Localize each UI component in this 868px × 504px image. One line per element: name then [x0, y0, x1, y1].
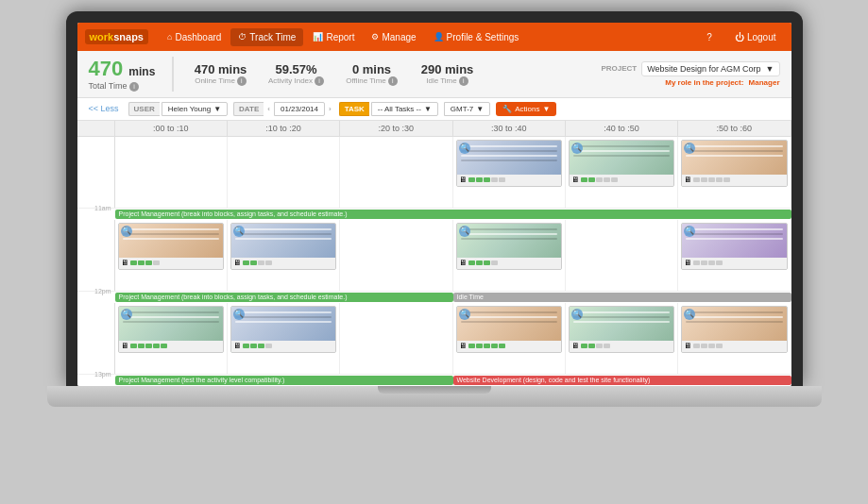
project-select-dropdown[interactable]: Website Design for AGM Corp ▼ — [641, 61, 779, 76]
screenshot-13-0: 🔍 🖥 — [118, 306, 224, 353]
zoom-icon-12-5[interactable]: 🔍 — [684, 226, 695, 237]
screenshot-12-1: 🔍 🖥 — [230, 223, 336, 270]
time-label-13pm: 13pm — [77, 303, 115, 374]
activity-index-label: Activity Index i — [268, 76, 325, 86]
nav-logout[interactable]: ⏻ Logout — [727, 28, 784, 46]
screenshot-13-3: 🔍 🖥 — [456, 306, 562, 353]
thumb-12-5[interactable]: 🔍 🖥 — [681, 223, 787, 270]
project-selector: PROJECT Website Design for AGM Corp ▼ My… — [601, 61, 779, 87]
screenshot-13-5: 🔍 🖥 — [681, 306, 787, 353]
thumb-img-12-3: 🔍 — [457, 224, 561, 258]
total-info-icon[interactable]: i — [129, 82, 139, 92]
thumb-12-0[interactable]: 🔍 🖥 — [118, 223, 224, 270]
less-link[interactable]: << Less — [89, 104, 119, 113]
role-value: Manager — [749, 78, 780, 87]
nav-track-time[interactable]: ⏱ Track Time — [230, 28, 303, 46]
thumb-img-11-3: 🔍 — [457, 141, 561, 175]
activity-bars-12-3 — [468, 260, 498, 265]
activity-bars-12-1 — [243, 260, 272, 265]
zoom-icon-12-0[interactable]: 🔍 — [121, 226, 132, 237]
logo-snaps: snaps — [113, 31, 144, 42]
date-filter-group: DATE ‹ 01/23/2014 › — [233, 102, 333, 116]
cell-13-3: 🔍 🖥 — [453, 303, 566, 374]
date-prev-arrow[interactable]: ‹ — [265, 103, 272, 115]
thumb-13-3[interactable]: 🔍 🖥 — [456, 306, 562, 353]
taskbar-2-idle-time: Idle Time — [453, 293, 791, 302]
thumb-11-5[interactable]: 🔍 🖥 — [681, 140, 787, 187]
thumb-12-1[interactable]: 🔍 🖥 — [230, 223, 336, 270]
profile-icon: 👤 — [434, 32, 444, 42]
thumb-img-13-4: 🔍 — [570, 307, 673, 341]
cell-12-4 — [566, 220, 678, 291]
tz-dropdown-arrow: ▼ — [476, 105, 484, 113]
activity-index-stat: 59.57% Activity Index i — [268, 62, 325, 86]
online-info-icon[interactable]: i — [237, 76, 247, 86]
nav-manage[interactable]: ⚙ Manage — [364, 28, 423, 46]
thumb-img-11-5: 🔍 — [682, 141, 786, 175]
screenshot-11-3: 🔍 🖥 — [456, 140, 562, 187]
taskbar-row-1: Project Management (break into blocks, a… — [77, 209, 791, 220]
timezone-selector[interactable]: GMT-7 ▼ — [444, 102, 490, 116]
activity-index-value: 59.57% — [268, 62, 325, 76]
thumb-11-3[interactable]: 🔍 🖥 — [456, 140, 562, 187]
project-role: My role in the project: Manager — [665, 78, 779, 87]
zoom-icon-13-5[interactable]: 🔍 — [684, 309, 695, 320]
total-time-block: 470 mins Total Time i — [89, 57, 174, 92]
cell-13-0: 🔍 🖥 — [115, 303, 228, 374]
zoom-icon-11-5[interactable]: 🔍 — [684, 143, 695, 154]
thumb-13-0[interactable]: 🔍 🖥 — [118, 306, 224, 353]
activity-bars-13-5 — [693, 344, 723, 348]
zoom-icon-13-1[interactable]: 🔍 — [233, 309, 245, 320]
online-time-stat: 470 mins Online Time i — [193, 62, 249, 86]
taskbar-3-project-management: Project Management (test the activity le… — [115, 376, 453, 385]
cell-12-0: 🔍 🖥 — [115, 220, 228, 291]
thumb-img-12-1: 🔍 — [231, 224, 335, 258]
zoom-icon-11-3[interactable]: 🔍 — [459, 143, 470, 154]
timeline-header: :00 to :10 :10 to :20 :20 to :30 :30 to … — [77, 121, 791, 137]
date-next-arrow[interactable]: › — [327, 103, 333, 115]
activity-info-icon[interactable]: i — [315, 76, 324, 86]
thumb-13-4[interactable]: 🔍 🖥 — [569, 306, 674, 353]
nav-profile[interactable]: 👤 Profile & Settings — [426, 28, 527, 46]
idle-time-stat: 290 mins Idle Time i — [419, 62, 476, 86]
idle-info-icon[interactable]: i — [459, 76, 468, 86]
zoom-icon-11-4[interactable]: 🔍 — [571, 143, 583, 154]
online-time-value: 470 mins — [193, 62, 249, 76]
nav-help[interactable]: ? — [699, 28, 720, 46]
date-value[interactable]: 01/23/2014 — [274, 102, 325, 116]
thumb-12-3[interactable]: 🔍 🖥 — [456, 223, 562, 270]
nav-report-label: Report — [326, 32, 354, 42]
zoom-icon-13-3[interactable]: 🔍 — [459, 309, 470, 320]
actions-button[interactable]: 🔧 Actions ▼ — [496, 102, 556, 116]
monitor-icon-11-3: 🖥 — [459, 176, 467, 184]
thumb-bottom-13-5: 🖥 — [682, 341, 786, 352]
nav-dashboard[interactable]: ⌂ Dashboard — [160, 28, 229, 46]
zoom-icon-12-1[interactable]: 🔍 — [233, 226, 245, 237]
nav-report[interactable]: 📊 Report — [305, 28, 362, 46]
offline-info-icon[interactable]: i — [388, 76, 398, 86]
monitor-icon-11-5: 🖥 — [684, 176, 691, 184]
thumb-bottom-12-0: 🖥 — [119, 258, 223, 269]
actions-dropdown-arrow: ▼ — [542, 105, 550, 113]
monitor-icon-13-4: 🖥 — [571, 342, 579, 350]
track-time-icon: ⏱ — [238, 32, 247, 42]
thumb-13-1[interactable]: 🔍 🖥 — [230, 306, 336, 353]
thumb-bottom-11-5: 🖥 — [682, 175, 786, 186]
screenshot-11-4: 🔍 🖥 — [569, 140, 674, 187]
user-value[interactable]: Helen Young ▼ — [162, 102, 228, 116]
activity-bars-13-0 — [130, 344, 167, 348]
thumb-bottom-12-5: 🖥 — [682, 258, 786, 269]
task-value[interactable]: -- All Tasks -- ▼ — [371, 102, 438, 116]
cell-12-2 — [340, 220, 452, 291]
screenshot-13-4: 🔍 🖥 — [569, 306, 674, 353]
zoom-icon-12-3[interactable]: 🔍 — [459, 226, 470, 237]
cell-13-2 — [340, 303, 452, 374]
app-logo: worksnaps — [85, 29, 148, 44]
cell-11-3: 🔍 🖥 — [453, 137, 566, 208]
hour-12pm: 12pm — [94, 288, 111, 294]
thumb-13-5[interactable]: 🔍 🖥 — [681, 306, 787, 353]
monitor-icon-13-3: 🖥 — [459, 342, 467, 350]
zoom-icon-13-0[interactable]: 🔍 — [121, 309, 132, 320]
thumb-11-4[interactable]: 🔍 🖥 — [569, 140, 674, 187]
zoom-icon-13-4[interactable]: 🔍 — [571, 309, 583, 320]
